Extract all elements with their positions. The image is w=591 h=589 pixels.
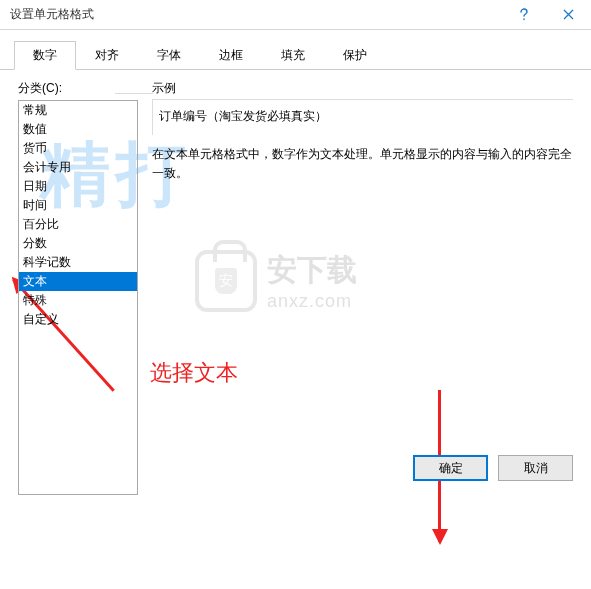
dialog-footer: 确定 取消: [413, 455, 573, 481]
help-button[interactable]: [501, 0, 546, 29]
category-listbox[interactable]: 常规数值货币会计专用日期时间百分比分数科学记数文本特殊自定义: [18, 100, 138, 495]
tab-3[interactable]: 边框: [200, 41, 262, 70]
category-item[interactable]: 日期: [19, 177, 137, 196]
tab-0[interactable]: 数字: [14, 41, 76, 70]
format-description: 在文本单元格格式中，数字作为文本处理。单元格显示的内容与输入的内容完全一致。: [152, 145, 573, 183]
tab-1[interactable]: 对齐: [76, 41, 138, 70]
titlebar: 设置单元格格式: [0, 0, 591, 30]
window-title: 设置单元格格式: [10, 6, 94, 23]
category-item[interactable]: 数值: [19, 120, 137, 139]
close-button[interactable]: [546, 0, 591, 29]
ok-button[interactable]: 确定: [413, 455, 488, 481]
category-item[interactable]: 文本: [19, 272, 137, 291]
category-item[interactable]: 百分比: [19, 215, 137, 234]
category-item[interactable]: 货币: [19, 139, 137, 158]
category-item[interactable]: 时间: [19, 196, 137, 215]
tab-5[interactable]: 保护: [324, 41, 386, 70]
tab-4[interactable]: 填充: [262, 41, 324, 70]
category-label: 分类(C):: [18, 80, 138, 97]
category-item[interactable]: 分数: [19, 234, 137, 253]
category-item[interactable]: 会计专用: [19, 158, 137, 177]
category-item[interactable]: 自定义: [19, 310, 137, 329]
category-item[interactable]: 科学记数: [19, 253, 137, 272]
tab-bar: 数字对齐字体边框填充保护: [0, 30, 591, 70]
sample-box: 订单编号（淘宝发货必填真实）: [152, 99, 573, 135]
tab-2[interactable]: 字体: [138, 41, 200, 70]
sample-value: 订单编号（淘宝发货必填真实）: [159, 109, 327, 123]
sample-label: 示例: [152, 80, 573, 97]
category-item[interactable]: 特殊: [19, 291, 137, 310]
cancel-button[interactable]: 取消: [498, 455, 573, 481]
category-item[interactable]: 常规: [19, 101, 137, 120]
